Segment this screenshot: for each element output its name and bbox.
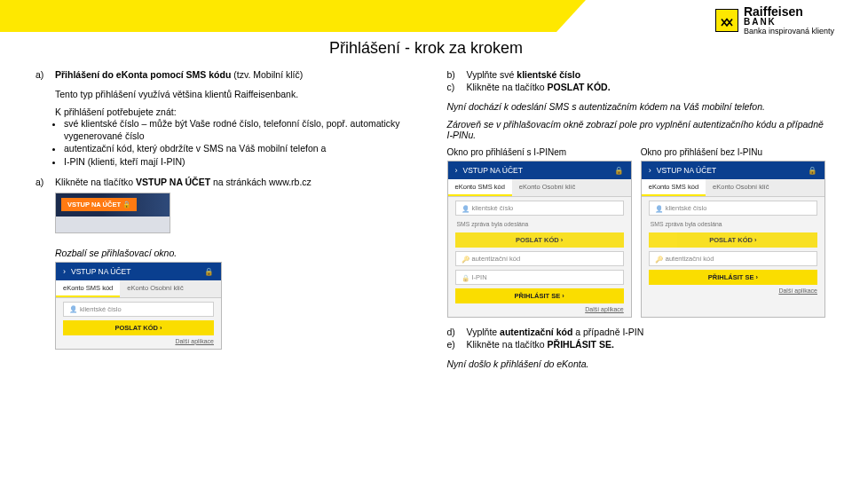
step-b-pre: Vyplňte své <box>467 69 517 80</box>
step-a: a) Klikněte na tlačítko VSTUP NA ÚČET na… <box>36 177 430 187</box>
step-b-text: Vyplňte své klientské číslo <box>467 69 581 80</box>
lock-icon: 🔒 <box>204 267 214 276</box>
login-mock-initial: › VSTUP NA ÚČET 🔒 eKonto SMS kód eKonto … <box>55 262 222 350</box>
send-code-button[interactable]: POSLAT KÓD › <box>63 320 214 335</box>
login-done-note: Nyní došlo k přihlášení do eKonta. <box>447 358 825 369</box>
key-icon: 🔑 <box>462 256 469 263</box>
section-a-title: Přihlášení do eKonta pomocí SMS kódu (tz… <box>55 69 303 80</box>
sms-sent-inline-note: SMS zpráva byla odeslána <box>642 219 824 229</box>
two-column-layout: a) Přihlášení do eKonta pomocí SMS kódu … <box>36 67 825 492</box>
requirement-item: I-PIN (klienti, kteří mají I-PIN) <box>64 155 430 168</box>
step-c: c) Klikněte na tlačítko POSLAT KÓD. <box>447 82 825 92</box>
login-tabs: eKonto SMS kód eKonto Osobní klíč <box>642 179 824 197</box>
sms-sent-inline-note: SMS zpráva byla odeslána <box>448 219 631 229</box>
step-d: d) Vyplňte autentizační kód a případně I… <box>447 327 825 337</box>
chevron-right-icon: › <box>649 166 651 175</box>
lock-icon: 🔒 <box>122 201 130 209</box>
login-tabs: eKonto SMS kód eKonto Osobní klíč <box>448 179 631 197</box>
section-a-title-bold: Přihlášení do eKonta pomocí SMS kódu <box>55 69 233 80</box>
auth-code-field[interactable]: 🔑 autentizační kód <box>455 251 624 266</box>
ipin-field[interactable]: 🔒 I-PIN <box>455 270 624 285</box>
sms-sent-note: Nyní dochází k odeslání SMS s autentizač… <box>447 101 825 112</box>
login-header: › VSTUP NA ÚČET 🔒 <box>642 161 824 179</box>
tab-sms-kod[interactable]: eKonto SMS kód <box>448 179 512 196</box>
homepage-hero: VSTUP NA ÚČET 🔒 <box>56 193 170 217</box>
login-tabs: eKonto SMS kód eKonto Osobní klíč <box>56 280 221 298</box>
marker-step-a: a) <box>36 177 48 187</box>
login-button-label: PŘIHLÁSIT SE <box>515 292 561 300</box>
homepage-screenshot: VSTUP NA ÚČET 🔒 <box>55 193 170 233</box>
client-number-field[interactable]: 👤 klientské číslo <box>455 201 624 216</box>
step-b: b) Vyplňte své klientské číslo <box>447 69 825 80</box>
step-c-text: Klikněte na tlačítko POSLAT KÓD. <box>467 82 611 92</box>
login-mock-with-ipin: › VSTUP NA ÚČET 🔒 eKonto SMS kód eKonto … <box>447 161 632 318</box>
login-mocks-row: › VSTUP NA ÚČET 🔒 eKonto SMS kód eKonto … <box>447 161 825 318</box>
step-e-text: Klikněte na tlačítko PŘIHLÁSIT SE. <box>467 339 614 350</box>
brand-logo-text: Raiffeisen BANK Banka inspirovaná klient… <box>744 5 834 35</box>
homepage-body-placeholder <box>56 217 170 232</box>
client-number-placeholder: klientské číslo <box>666 204 707 212</box>
auth-code-placeholder: autentizační kód <box>472 255 521 263</box>
vstup-na-ucet-label: VSTUP NA ÚČET <box>67 201 121 209</box>
auth-code-field[interactable]: 🔑 autentizační kód <box>649 251 817 266</box>
section-a-header: a) Přihlášení do eKonta pomocí SMS kódu … <box>36 69 430 80</box>
section-a-title-note: (tzv. Mobilní klíč) <box>233 69 303 80</box>
user-icon: 👤 <box>462 205 469 212</box>
send-code-label: POSLAT KÓD <box>709 236 753 244</box>
tab-osobni-klic[interactable]: eKonto Osobní klíč <box>120 280 190 297</box>
lock-icon: 🔒 <box>808 166 817 175</box>
step-a-pre: Klikněte na tlačítko <box>55 177 136 187</box>
tab-osobni-klic[interactable]: eKonto Osobní klíč <box>706 179 776 196</box>
client-number-field[interactable]: 👤 klientské číslo <box>649 201 817 216</box>
left-column: a) Přihlášení do eKonta pomocí SMS kódu … <box>36 67 430 492</box>
marker-e: e) <box>447 339 460 350</box>
mock-small-wrapper: VSTUP NA ÚČET 🔒 <box>36 193 430 233</box>
send-code-label: POSLAT KÓD <box>114 324 158 332</box>
marker-a: a) <box>36 69 48 80</box>
more-apps-link[interactable]: Další aplikace <box>448 303 631 317</box>
login-header-label: VSTUP NA ÚČET <box>463 166 523 175</box>
chevron-right-icon: › <box>63 267 66 276</box>
step-e-bold: PŘIHLÁSIT SE. <box>548 339 614 350</box>
requirements-list: své klientské číslo – může být Vaše rodn… <box>36 117 430 168</box>
crossed-horses-icon <box>719 12 735 28</box>
client-number-field[interactable]: 👤 klientské číslo <box>63 302 214 317</box>
send-code-label: POSLAT KÓD <box>516 236 559 244</box>
requirement-item: autentizační kód, který obdržíte v SMS n… <box>64 142 430 154</box>
more-apps-link[interactable]: Další aplikace <box>642 285 824 298</box>
marker-d: d) <box>447 327 460 337</box>
marker-c: c) <box>447 82 460 92</box>
key-icon: 🔑 <box>655 256 662 263</box>
login-button[interactable]: PŘIHLÁSIT SE › <box>649 270 817 285</box>
requirement-item: své klientské číslo – může být Vaše rodn… <box>64 117 430 142</box>
tab-sms-kod[interactable]: eKonto SMS kód <box>56 280 120 297</box>
step-b-bold: klientské číslo <box>517 69 580 80</box>
user-icon: 👤 <box>655 205 662 212</box>
brand-yellow-strip <box>0 0 586 32</box>
chevron-right-icon: › <box>455 166 458 175</box>
fields-appear-note: Zároveň se v přihlašovacím okně zobrazí … <box>447 119 825 140</box>
step-d-post: a případně I-PIN <box>572 327 643 337</box>
step-a-text: Klikněte na tlačítko VSTUP NA ÚČET na st… <box>55 177 312 187</box>
send-code-button[interactable]: POSLAT KÓD › <box>649 232 817 248</box>
step-e: e) Klikněte na tlačítko PŘIHLÁSIT SE. <box>447 339 825 350</box>
marker-b: b) <box>447 69 460 80</box>
lock-icon: 🔒 <box>614 166 624 175</box>
client-number-placeholder: klientské číslo <box>80 305 122 313</box>
mock-captions: Okno pro přihlášení s I-PINem Okno pro p… <box>447 147 825 157</box>
login-button[interactable]: PŘIHLÁSIT SE › <box>455 288 624 303</box>
more-apps-link[interactable]: Další aplikace <box>56 335 221 349</box>
send-code-button[interactable]: POSLAT KÓD › <box>455 232 624 248</box>
tab-osobni-klic[interactable]: eKonto Osobní klíč <box>512 179 582 196</box>
login-header-label: VSTUP NA ÚČET <box>71 267 130 276</box>
right-column: b) Vyplňte své klientské číslo c) Klikně… <box>447 67 825 492</box>
step-a-btn-label: VSTUP NA ÚČET <box>136 177 210 187</box>
login-button-label: PŘIHLÁSIT SE <box>708 273 754 281</box>
vstup-na-ucet-button[interactable]: VSTUP NA ÚČET 🔒 <box>61 198 137 211</box>
login-mock-initial-wrap: › VSTUP NA ÚČET 🔒 eKonto SMS kód eKonto … <box>36 262 222 350</box>
auth-code-placeholder: autentizační kód <box>666 255 714 263</box>
brand-sub: BANK <box>744 18 834 27</box>
step-a-post: na stránkách www.rb.cz <box>210 177 312 187</box>
ipin-placeholder: I-PIN <box>472 273 487 281</box>
tab-sms-kod[interactable]: eKonto SMS kód <box>642 179 706 196</box>
